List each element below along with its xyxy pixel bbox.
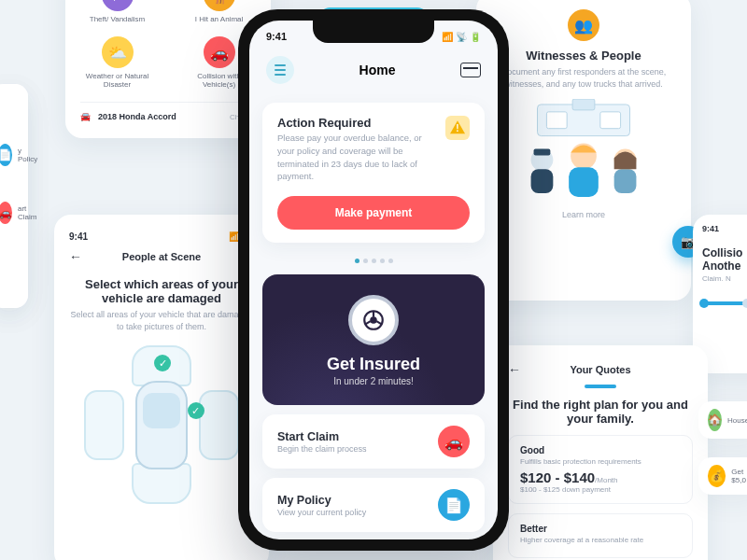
get-insured-hero[interactable]: Get Insured In under 2 minutes!: [262, 274, 485, 405]
sliver-get5[interactable]: 💰 Get $5,0: [698, 457, 747, 495]
warning-icon: [445, 116, 470, 140]
action-heading: Action Required: [277, 116, 436, 130]
sliver-label: Get $5,0: [731, 468, 747, 484]
row-sub: View your current policy: [277, 508, 366, 517]
progress-segment: [585, 385, 616, 388]
action-body: Please pay your overdue balance, or your…: [277, 132, 436, 183]
type-label: Collision with Vehicle(s): [197, 72, 241, 89]
status-time: 9:41: [69, 231, 88, 242]
screen-vehicle-damage: 9:41 📶 🔋 ← People at Scene Select which …: [54, 215, 269, 560]
screen-quotes: ← Your Quotes Find the right plan for yo…: [493, 345, 708, 560]
witnesses-sub: Document any first responders at the sce…: [491, 66, 676, 90]
selected-vehicle-row[interactable]: 🚘 2018 Honda Accord Change: [80, 102, 256, 121]
svg-rect-2: [546, 112, 567, 129]
back-icon[interactable]: ←: [69, 249, 82, 264]
hero-sub: In under 2 minutes!: [277, 376, 470, 386]
plan-name: Better: [520, 524, 681, 534]
screen-title: Your Quotes: [529, 364, 672, 375]
hero-title: Get Insured: [277, 355, 470, 374]
device-frame: 9:41 📶 📡 🔋 Home Action Required Please p…: [238, 9, 509, 551]
svg-point-12: [371, 317, 375, 322]
peek-line: Collisio: [702, 246, 747, 259]
svg-rect-3: [600, 112, 621, 129]
sliver-label: art Claim: [18, 204, 36, 221]
witnesses-illustration: [491, 99, 676, 201]
learn-more-link[interactable]: Learn more: [491, 210, 676, 219]
screen-sliver-left-rows: 📄 y Policy 🚗 art Claim: [0, 84, 28, 308]
sliver-label: Househo: [727, 416, 747, 425]
sliver-household[interactable]: 🏠 Househo: [698, 401, 747, 439]
svg-rect-6: [534, 149, 551, 156]
weather-icon: ⛅: [102, 36, 134, 68]
screen-title: People at Scene: [90, 251, 233, 262]
car-icon: 🚗: [0, 202, 12, 224]
house-icon: 🏠: [708, 409, 722, 431]
vehicle-name: 2018 Honda Accord: [98, 112, 176, 121]
type-label: I Hit an Animal: [195, 15, 244, 23]
plan-sub: $100 - $125 down payment: [520, 485, 681, 494]
type-animal[interactable]: 🦌 I Hit an Animal: [182, 0, 256, 23]
sliver-row-claim[interactable]: 🚗 art Claim: [0, 198, 28, 228]
check-icon: ✓: [188, 402, 204, 419]
row-title: Start Claim: [277, 430, 367, 443]
deer-icon: 🦌: [204, 0, 235, 11]
people-icon: 👥: [568, 9, 599, 41]
svg-rect-8: [569, 167, 599, 197]
collision-icon: 🚗: [204, 36, 235, 68]
document-icon: 📄: [0, 144, 12, 166]
plan-desc: Higher coverage at a reasonable rate: [520, 536, 681, 544]
peek-line: Anothe: [702, 259, 747, 273]
plan-per: /Month: [595, 476, 617, 484]
svg-rect-10: [614, 169, 637, 193]
vehicle-diagram[interactable]: ✓ ✓: [69, 345, 254, 504]
plan-name: Good: [520, 445, 681, 455]
quote-better[interactable]: Better Higher coverage at a reasonable r…: [508, 513, 693, 558]
back-icon[interactable]: ←: [508, 362, 521, 377]
damage-sub: Select all areas of your vehicle that ar…: [69, 309, 254, 332]
car-icon: 🚘: [80, 112, 91, 121]
row-my-policy[interactable]: My Policy View your current policy 📄: [262, 478, 485, 532]
svg-rect-1: [572, 99, 595, 110]
car-icon: 🚗: [438, 426, 470, 457]
plan-desc: Fulfills basic protection requirements: [520, 457, 681, 466]
wallet-icon[interactable]: [460, 63, 481, 77]
witnesses-title: Witnesses & People: [491, 49, 676, 63]
type-weather[interactable]: ⛅ Weather or Natural Disaster: [80, 36, 154, 89]
sliver-row-policy[interactable]: 📄 y Policy: [0, 140, 28, 170]
action-required-card: Action Required Please pay your overdue …: [262, 103, 485, 243]
peek-line: Claim. N: [702, 274, 747, 283]
sliver-label: y Policy: [18, 147, 37, 163]
status-time: 9:41: [702, 224, 747, 233]
type-label: Theft/ Vandalism: [90, 15, 145, 23]
coin-icon: 💰: [708, 465, 726, 487]
row-sub: Begin the claim process: [277, 444, 367, 454]
carousel-dots[interactable]: [249, 250, 498, 267]
quote-good[interactable]: Good Fulfills basic protection requireme…: [508, 435, 693, 504]
document-icon: 📄: [438, 489, 470, 521]
type-label: Weather or Natural Disaster: [86, 72, 148, 89]
row-title: My Policy: [277, 494, 366, 507]
row-start-claim[interactable]: Start Claim Begin the claim process 🚗: [262, 414, 485, 469]
shield-icon: ⚑: [102, 0, 134, 11]
plan-price: $120 - $140: [520, 469, 595, 485]
status-icons: 📶 📡 🔋: [442, 32, 481, 42]
type-theft[interactable]: ⚑ Theft/ Vandalism: [80, 0, 154, 23]
damage-heading: Select which areas of your vehicle are d…: [69, 277, 254, 305]
page-title: Home: [359, 63, 396, 77]
quotes-heading: Find the right plan for you and your fam…: [508, 398, 693, 426]
steering-wheel-icon: [348, 295, 399, 345]
status-time: 9:41: [266, 31, 287, 42]
make-payment-button[interactable]: Make payment: [277, 196, 470, 230]
menu-icon[interactable]: [266, 56, 294, 84]
device-notch: [313, 21, 434, 43]
svg-rect-5: [531, 169, 554, 193]
